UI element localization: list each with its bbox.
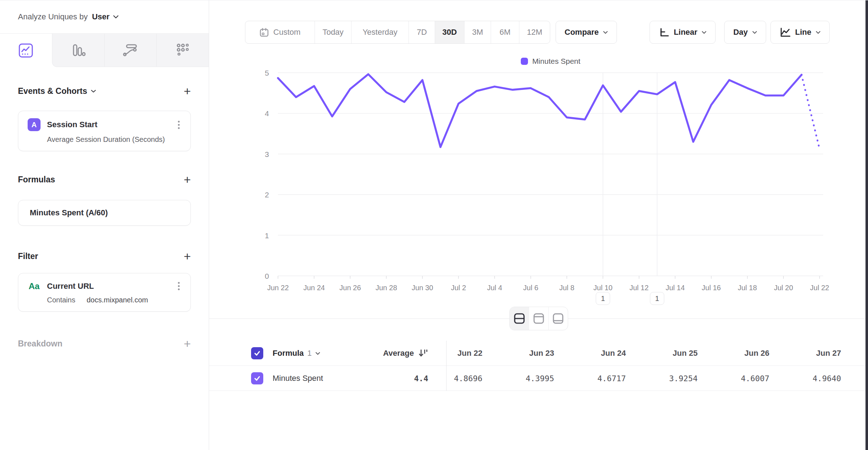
svg-text:Jun 30: Jun 30	[412, 284, 433, 292]
svg-text:5: 5	[265, 69, 269, 77]
line-chart-icon	[18, 43, 34, 58]
range-yesterday[interactable]: Yesterday	[351, 21, 409, 43]
series-checkbox[interactable]	[251, 372, 263, 384]
svg-text:Jul 10: Jul 10	[593, 284, 612, 292]
axis-scale-icon	[659, 27, 669, 38]
range-6m[interactable]: 6M	[491, 21, 519, 43]
svg-text:Jun 26: Jun 26	[339, 284, 361, 292]
value-cell: 4.6007	[733, 374, 805, 383]
scale-button[interactable]: Linear	[650, 21, 716, 44]
date-column-header[interactable]: Jun 22	[447, 349, 518, 358]
sidebar-content: Events & Cohorts + A Session Start Avera…	[0, 85, 209, 350]
formulas-title: Formulas	[18, 175, 55, 185]
chart-display-controls: Linear Day	[650, 21, 830, 44]
svg-text:Jul 14: Jul 14	[666, 284, 685, 292]
date-column-header[interactable]: Jun 24	[590, 349, 662, 358]
average-column-header[interactable]: Average	[383, 349, 414, 358]
tab-metrics[interactable]	[156, 34, 209, 67]
svg-text:Jul 18: Jul 18	[738, 284, 757, 292]
tab-line-chart[interactable]	[0, 34, 52, 67]
interval-button[interactable]: Day	[724, 21, 766, 44]
series-row-label[interactable]: Minutes Spent	[273, 374, 323, 383]
bar-chart-icon	[70, 42, 86, 58]
sort-descending-icon[interactable]	[418, 349, 428, 358]
chart-type-tabs	[0, 34, 209, 67]
flow-icon	[122, 42, 139, 58]
chart-toolbar: Custom Today Yesterday 7D 30D 3M 6M 12M …	[209, 21, 830, 44]
svg-text:Jul 8: Jul 8	[559, 284, 574, 292]
svg-text:Jun 24: Jun 24	[303, 284, 325, 292]
value-cell: 3.9254	[662, 374, 733, 383]
filter-card[interactable]: Aa Current URL Contains docs.mixpanel.co…	[18, 273, 191, 312]
annotation-chip[interactable]: 1	[596, 292, 610, 305]
range-today[interactable]: Today	[315, 21, 351, 43]
annotation-chip[interactable]: 1	[650, 292, 664, 305]
date-column-header[interactable]: Jun 23	[518, 349, 590, 358]
layout-toggle	[509, 307, 568, 330]
range-30d[interactable]: 30D	[435, 21, 464, 43]
date-column-header[interactable]: Jun 25	[662, 349, 733, 358]
svg-text:Jul 16: Jul 16	[702, 284, 721, 292]
date-column-header[interactable]: Jun 27	[805, 349, 868, 358]
chart-type-button[interactable]: Line	[770, 21, 830, 44]
average-value: 4.4	[414, 374, 428, 383]
insights-report-window: Analyze Uniques by User	[0, 0, 868, 450]
table-header-row: Formula 1 Average	[209, 341, 868, 366]
value-cell: 4.8696	[447, 374, 518, 383]
date-range-control: Custom Today Yesterday 7D 30D 3M 6M 12M	[245, 21, 550, 44]
event-aggregation[interactable]: Average Session Duration (Seconds)	[28, 135, 181, 144]
compare-button[interactable]: Compare	[556, 21, 617, 44]
events-cohorts-title[interactable]: Events & Cohorts	[18, 86, 96, 96]
date-column-header[interactable]: Jun 26	[733, 349, 805, 358]
svg-text:4: 4	[265, 109, 269, 118]
line-chart[interactable]: 012345Jun 22Jun 24Jun 26Jun 28Jun 30Jul …	[209, 51, 865, 316]
svg-text:Jun 28: Jun 28	[376, 284, 397, 292]
table-data-left: Minutes Spent 4.4	[209, 366, 447, 391]
report-main-area: Custom Today Yesterday 7D 30D 3M 6M 12M …	[209, 0, 868, 450]
chevron-down-icon	[816, 31, 821, 34]
kebab-menu-icon[interactable]	[176, 281, 181, 292]
chevron-down-icon[interactable]	[113, 15, 119, 19]
event-card[interactable]: A Session Start Average Session Duration…	[18, 111, 191, 151]
chevron-down-icon	[702, 31, 707, 34]
formula-group-label[interactable]: Formula	[273, 349, 304, 358]
range-3m[interactable]: 3M	[464, 21, 491, 43]
add-event-button[interactable]: +	[184, 85, 191, 97]
svg-text:Jul 4: Jul 4	[487, 284, 502, 292]
tab-flow[interactable]	[104, 34, 157, 67]
metrics-grid-icon	[175, 42, 191, 58]
add-formula-button[interactable]: +	[184, 173, 191, 186]
formula-card[interactable]: Minutes Spent (A/60)	[18, 200, 191, 226]
filter-value[interactable]: docs.mixpanel.com	[87, 296, 148, 304]
chevron-down-icon	[752, 31, 757, 34]
formula-name[interactable]: Minutes Spent (A/60)	[30, 208, 108, 217]
layout-table-top-button[interactable]	[529, 307, 548, 330]
tab-bar-chart[interactable]	[52, 34, 104, 67]
value-cell: 4.9640	[805, 374, 868, 383]
filter-property-name[interactable]: Current URL	[47, 282, 94, 291]
window-edge-scrollbar[interactable]	[865, 0, 868, 450]
formula-group-checkbox[interactable]	[251, 347, 263, 359]
event-name[interactable]: Session Start	[47, 120, 98, 129]
formulas-section-header: Formulas +	[18, 173, 191, 186]
layout-table-bottom-button[interactable]	[548, 307, 568, 330]
results-table: Formula 1 Average	[209, 341, 868, 391]
svg-text:Jun 22: Jun 22	[267, 284, 289, 292]
layout-split-view-button[interactable]	[510, 307, 529, 330]
table-data-row: Minutes Spent 4.4 4.86964.39954.67173.92…	[209, 366, 868, 391]
chevron-down-icon	[91, 90, 96, 93]
add-filter-button[interactable]: +	[184, 250, 191, 262]
svg-text:2: 2	[265, 191, 269, 199]
event-letter-badge: A	[28, 118, 41, 131]
chevron-down-icon[interactable]	[315, 352, 320, 355]
kebab-menu-icon[interactable]	[176, 119, 181, 130]
value-cell: 4.3995	[518, 374, 590, 383]
svg-text:Jul 2: Jul 2	[451, 284, 466, 292]
filter-operator[interactable]: Contains	[47, 296, 75, 304]
analyze-uniques-value[interactable]: User	[92, 12, 109, 21]
add-breakdown-button[interactable]: +	[184, 338, 191, 350]
chevron-down-icon	[603, 31, 608, 34]
range-7d[interactable]: 7D	[409, 21, 435, 43]
range-12m[interactable]: 12M	[519, 21, 550, 43]
range-custom[interactable]: Custom	[245, 21, 315, 43]
